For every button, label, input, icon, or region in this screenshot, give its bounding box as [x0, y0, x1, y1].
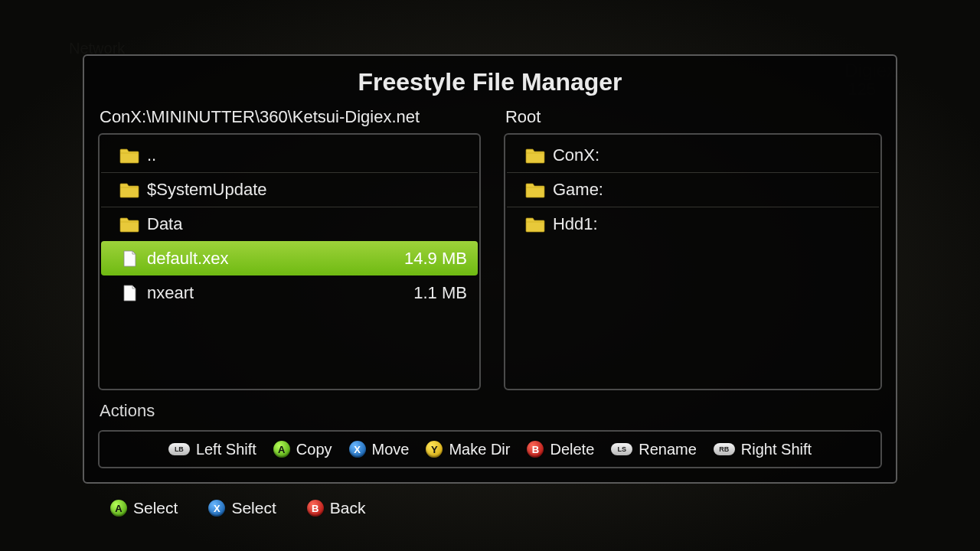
- folder-icon: [119, 216, 139, 233]
- action-makedir[interactable]: Y Make Dir: [426, 441, 510, 458]
- item-size: 1.1 MB: [413, 283, 467, 303]
- y-button-icon: Y: [426, 441, 443, 458]
- action-right-shift[interactable]: RB Right Shift: [714, 441, 812, 458]
- actions-heading: Actions: [100, 401, 882, 421]
- list-item[interactable]: Data: [101, 207, 478, 241]
- list-item[interactable]: Game:: [507, 172, 879, 207]
- action-rename[interactable]: LS Rename: [611, 441, 697, 458]
- item-name: Game:: [553, 180, 868, 200]
- a-button-icon: A: [273, 441, 290, 458]
- footer-select-a[interactable]: A Select: [110, 499, 178, 517]
- folder-icon: [525, 181, 545, 198]
- action-label: Copy: [296, 441, 332, 458]
- list-item[interactable]: $SystemUpdate: [101, 172, 478, 207]
- a-button-icon: A: [110, 500, 127, 517]
- action-left-shift[interactable]: LB Left Shift: [168, 441, 256, 458]
- x-button-icon: X: [349, 441, 366, 458]
- rb-button-icon: RB: [714, 443, 735, 455]
- action-label: Delete: [550, 441, 594, 458]
- item-name: $SystemUpdate: [147, 180, 467, 200]
- file-manager-dialog: Freestyle File Manager ConX:\MININUTTER\…: [83, 54, 897, 484]
- folder-icon: [119, 147, 139, 164]
- left-pane: ConX:\MININUTTER\360\Ketsui-Digiex.net .…: [98, 107, 481, 390]
- action-label: Move: [372, 441, 410, 458]
- footer-select-x[interactable]: X Select: [208, 499, 276, 517]
- file-icon: [119, 250, 139, 267]
- list-item[interactable]: nxeart1.1 MB: [101, 276, 478, 310]
- item-name: default.xex: [147, 249, 404, 269]
- right-pane: Root ConX:Game:Hdd1:: [504, 107, 882, 390]
- footer-label: Back: [330, 499, 366, 517]
- file-icon: [119, 285, 139, 302]
- footer-back[interactable]: B Back: [307, 499, 366, 517]
- b-button-icon: B: [307, 500, 324, 517]
- left-file-list[interactable]: ..$SystemUpdateDatadefault.xex14.9 MBnxe…: [98, 133, 481, 390]
- item-name: Hdd1:: [553, 214, 868, 234]
- action-label: Left Shift: [196, 441, 256, 458]
- action-label: Right Shift: [741, 441, 812, 458]
- left-path: ConX:\MININUTTER\360\Ketsui-Digiex.net: [98, 107, 481, 127]
- action-label: Make Dir: [449, 441, 510, 458]
- lb-button-icon: LB: [168, 443, 190, 455]
- folder-icon: [525, 147, 545, 164]
- item-name: Data: [147, 214, 467, 234]
- folder-icon: [119, 181, 139, 198]
- action-bar: LB Left Shift A Copy X Move Y Make Dir B…: [98, 430, 882, 468]
- action-delete[interactable]: B Delete: [527, 441, 594, 458]
- footer-label: Select: [231, 499, 276, 517]
- item-size: 14.9 MB: [404, 249, 467, 269]
- item-name: ..: [147, 145, 467, 165]
- list-item[interactable]: ..: [101, 138, 478, 172]
- x-button-icon: X: [208, 500, 225, 517]
- item-name: nxeart: [147, 283, 413, 303]
- footer-hints: A Select X Select B Back: [110, 499, 365, 517]
- list-item[interactable]: ConX:: [507, 138, 879, 172]
- list-item[interactable]: Hdd1:: [507, 207, 879, 241]
- action-copy[interactable]: A Copy: [273, 441, 332, 458]
- dialog-title: Freestyle File Manager: [98, 68, 882, 96]
- list-item[interactable]: default.xex14.9 MB: [101, 241, 478, 276]
- b-button-icon: B: [527, 441, 544, 458]
- action-label: Rename: [639, 441, 697, 458]
- footer-label: Select: [133, 499, 178, 517]
- ls-button-icon: LS: [611, 443, 632, 455]
- folder-icon: [525, 216, 545, 233]
- action-move[interactable]: X Move: [349, 441, 410, 458]
- right-path: Root: [504, 107, 882, 127]
- right-file-list[interactable]: ConX:Game:Hdd1:: [504, 133, 882, 390]
- item-name: ConX:: [553, 145, 868, 165]
